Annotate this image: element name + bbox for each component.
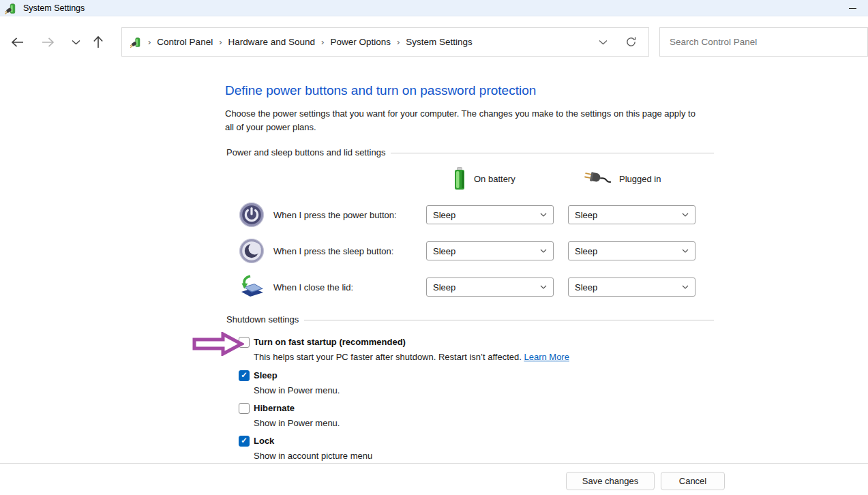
power-button-icon (239, 202, 265, 228)
footer-bar: Save changes Cancel (0, 463, 868, 495)
on-battery-label: On battery (474, 174, 515, 184)
sleep-button-on-battery-select[interactable]: Sleep (426, 241, 554, 260)
navigation-toolbar: › Control Panel › Hardware and Sound › P… (0, 17, 868, 67)
plug-icon (584, 170, 612, 187)
shutdown-section-label: Shutdown settings (226, 314, 299, 325)
chevron-down-icon (682, 249, 689, 253)
breadcrumb-power-options[interactable]: Power Options (330, 37, 391, 47)
lock-label: Lock (254, 436, 372, 447)
lock-description: Show in account picture menu (254, 451, 372, 462)
recent-pages-dropdown-button[interactable] (65, 31, 87, 53)
on-battery-column-header: On battery (454, 166, 515, 191)
breadcrumb-separator: › (148, 37, 151, 47)
refresh-icon (625, 36, 637, 48)
close-lid-plugged-in-select[interactable]: Sleep (568, 278, 695, 297)
chevron-down-icon (540, 285, 547, 289)
breadcrumb-separator: › (219, 37, 222, 47)
chevron-down-icon (599, 40, 608, 45)
section-divider (304, 320, 714, 320)
up-button[interactable] (87, 31, 109, 53)
forward-arrow-icon (40, 36, 55, 48)
search-box (659, 27, 868, 57)
battery-icon (454, 167, 465, 190)
sleep-checkbox[interactable] (239, 370, 250, 381)
page-title: Define power buttons and turn on passwor… (225, 83, 536, 98)
plugged-in-column-header: Plugged in (584, 166, 661, 191)
select-value: Sleep (575, 282, 597, 292)
power-section-header: Power and sleep buttons and lid settings (226, 147, 714, 158)
select-value: Sleep (433, 246, 455, 256)
close-lid-on-battery-select[interactable]: Sleep (426, 278, 554, 297)
minimize-button[interactable] (841, 0, 864, 16)
select-value: Sleep (575, 246, 597, 256)
breadcrumb-separator: › (321, 37, 324, 47)
shutdown-section-header: Shutdown settings (226, 314, 714, 325)
power-button-row-label: When I press the power button: (273, 210, 397, 220)
select-value: Sleep (575, 210, 597, 220)
hibernate-description: Show in Power menu. (254, 418, 340, 429)
lock-checkbox[interactable] (239, 436, 250, 447)
sleep-button-icon (239, 238, 265, 264)
sleep-button-row-label: When I press the sleep button: (273, 246, 393, 256)
chevron-down-icon (540, 213, 547, 217)
fast-startup-description: This helps start your PC faster after sh… (254, 352, 569, 363)
window-title: System Settings (23, 3, 85, 13)
chevron-down-icon (72, 40, 80, 45)
power-button-row: When I press the power button: (239, 202, 397, 228)
power-options-breadcrumb-icon (130, 36, 142, 48)
sleep-button-plugged-in-select[interactable]: Sleep (568, 241, 695, 260)
save-changes-button[interactable]: Save changes (566, 472, 655, 490)
fast-startup-label: Turn on fast startup (recommended) (254, 337, 569, 348)
close-lid-row: When I close the lid: (239, 274, 353, 300)
close-lid-icon (239, 274, 265, 300)
address-dropdown-button[interactable] (599, 40, 608, 45)
breadcrumb-hardware-and-sound[interactable]: Hardware and Sound (228, 37, 316, 47)
plugged-in-label: Plugged in (619, 174, 661, 184)
forward-button[interactable] (37, 31, 59, 53)
chevron-down-icon (682, 213, 689, 217)
title-bar: System Settings (0, 0, 868, 16)
up-arrow-icon (92, 35, 104, 50)
cancel-button[interactable]: Cancel (661, 472, 725, 490)
section-divider (391, 153, 714, 153)
sleep-description: Show in Power menu. (254, 385, 340, 396)
close-lid-row-label: When I close the lid: (273, 282, 353, 292)
sleep-item: Sleep Show in Power menu. (239, 370, 340, 396)
hibernate-label: Hibernate (254, 403, 340, 414)
lock-item: Lock Show in account picture menu (239, 436, 372, 462)
page-intro: Choose the power settings that you want … (225, 107, 706, 134)
breadcrumb-system-settings[interactable]: System Settings (406, 37, 473, 47)
search-input[interactable] (660, 28, 867, 56)
address-bar[interactable]: › Control Panel › Hardware and Sound › P… (121, 27, 649, 57)
chevron-down-icon (540, 249, 547, 253)
hibernate-item: Hibernate Show in Power menu. (239, 403, 340, 429)
sleep-label: Sleep (254, 370, 340, 381)
learn-more-link[interactable]: Learn More (524, 352, 569, 362)
back-arrow-icon (10, 36, 25, 48)
select-value: Sleep (433, 282, 455, 292)
select-value: Sleep (433, 210, 455, 220)
power-button-on-battery-select[interactable]: Sleep (426, 205, 554, 224)
power-options-app-icon (5, 2, 17, 14)
power-button-plugged-in-select[interactable]: Sleep (568, 205, 695, 224)
breadcrumb-control-panel[interactable]: Control Panel (157, 37, 213, 47)
chevron-down-icon (682, 285, 689, 289)
power-section-label: Power and sleep buttons and lid settings (226, 147, 385, 158)
breadcrumb-separator: › (397, 37, 400, 47)
minimize-icon (849, 8, 856, 9)
sleep-button-row: When I press the sleep button: (239, 238, 393, 264)
hibernate-checkbox[interactable] (239, 403, 250, 414)
fast-startup-item: Turn on fast startup (recommended) This … (239, 337, 569, 363)
back-button[interactable] (7, 31, 29, 53)
annotation-arrow-icon (192, 332, 244, 356)
refresh-button[interactable] (625, 36, 637, 48)
